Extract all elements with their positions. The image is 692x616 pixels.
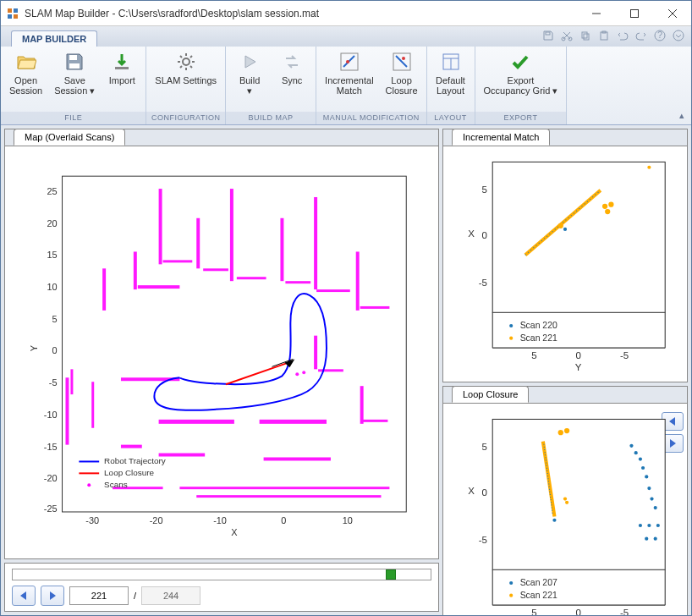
svg-text:-5: -5 [49, 377, 58, 388]
svg-point-119 [564, 427, 569, 432]
inc-match-panel-tab[interactable]: Incremental Match [452, 129, 550, 146]
close-button[interactable] [653, 1, 691, 25]
svg-text:Y: Y [29, 344, 39, 351]
map-panel: Map (Overlaid Scans) -30 -20 -10 0 10 X [4, 129, 439, 559]
svg-rect-57 [163, 260, 193, 262]
svg-text:-5: -5 [620, 607, 629, 615]
svg-rect-78 [196, 495, 381, 498]
save-session-button[interactable]: Save Session ▾ [49, 48, 100, 112]
svg-text:Loop Closure: Loop Closure [104, 468, 154, 477]
default-layout-button[interactable]: Default Layout [431, 48, 471, 112]
svg-rect-55 [134, 251, 137, 289]
svg-rect-109 [492, 419, 665, 569]
svg-rect-75 [363, 420, 388, 422]
svg-text:-5: -5 [479, 534, 487, 544]
cut-icon[interactable] [559, 28, 574, 43]
inc-match-chart[interactable]: 5 0 -5 X 5 0 -5 Y [450, 153, 680, 375]
svg-rect-50 [91, 382, 94, 428]
svg-text:-5: -5 [620, 350, 629, 360]
svg-point-101 [563, 228, 567, 231]
svg-text:0: 0 [482, 230, 487, 240]
help-icon[interactable]: ? [652, 28, 667, 43]
svg-text:-15: -15 [44, 442, 58, 452]
svg-rect-62 [230, 189, 233, 281]
svg-point-80 [302, 371, 305, 374]
svg-text:5: 5 [482, 442, 487, 452]
svg-point-21 [183, 58, 189, 65]
svg-text:0: 0 [575, 607, 580, 615]
svg-text:-25: -25 [44, 503, 58, 514]
svg-rect-70 [314, 336, 317, 370]
import-button[interactable]: Import [102, 48, 142, 112]
svg-text:-10: -10 [213, 515, 227, 525]
paste-icon[interactable] [596, 28, 612, 43]
undo-icon[interactable] [615, 28, 630, 43]
svg-rect-54 [138, 285, 180, 289]
svg-rect-74 [360, 386, 364, 424]
loop-closure-panel-tab[interactable]: Loop Closure [452, 386, 529, 403]
svg-rect-12 [584, 34, 589, 40]
svg-rect-0 [8, 8, 12, 13]
svg-point-131 [639, 523, 642, 526]
slam-settings-button[interactable]: SLAM Settings [150, 48, 222, 112]
svg-point-133 [656, 523, 660, 526]
svg-point-25 [402, 57, 405, 60]
collapse-ribbon-button[interactable]: ▴ [679, 110, 684, 121]
current-frame-input[interactable] [69, 586, 129, 605]
incremental-match-button[interactable]: Incremental Match [320, 48, 378, 112]
svg-point-120 [563, 497, 567, 500]
svg-point-136 [509, 580, 513, 584]
svg-text:0: 0 [52, 345, 57, 355]
svg-point-124 [634, 451, 638, 454]
svg-rect-61 [203, 268, 228, 271]
svg-rect-48 [65, 377, 69, 444]
gear-icon [176, 52, 196, 72]
svg-point-135 [654, 536, 657, 540]
maximize-button[interactable] [615, 1, 653, 25]
svg-point-123 [629, 443, 633, 447]
frame-slider[interactable] [12, 569, 431, 580]
total-frames-display: 244 [141, 586, 200, 605]
svg-rect-2 [8, 14, 12, 19]
floppy-icon [64, 52, 85, 72]
group-file-label: FILE [1, 112, 146, 124]
map-chart[interactable]: -30 -20 -10 0 10 X 25 20 15 10 [12, 153, 431, 552]
svg-text:Scan 221: Scan 221 [520, 590, 557, 599]
svg-text:20: 20 [47, 218, 57, 228]
svg-text:X: X [468, 228, 475, 239]
map-panel-tab[interactable]: Map (Overlaid Scans) [14, 129, 125, 146]
copy-icon[interactable] [578, 28, 593, 43]
svg-rect-1 [14, 8, 18, 13]
svg-text:X: X [468, 486, 475, 496]
inc-match-icon [339, 52, 360, 72]
svg-point-134 [645, 536, 648, 540]
build-button[interactable]: Build▾ [229, 48, 270, 112]
minimize-button[interactable] [577, 1, 615, 25]
prev-frame-button[interactable] [12, 586, 36, 606]
more-icon[interactable] [671, 28, 686, 43]
save-icon[interactable] [541, 28, 556, 43]
sync-button[interactable]: Sync [272, 48, 312, 112]
titlebar: SLAM Map Builder - C:\Users\sradford\Des… [1, 1, 691, 26]
svg-point-97 [608, 202, 613, 207]
loop-closure-button[interactable]: Loop Closure [381, 48, 423, 112]
svg-point-125 [639, 457, 642, 460]
open-session-button[interactable]: Open Session [4, 48, 47, 112]
loop-closure-chart[interactable]: 5 0 -5 X 5 0 -5 Y [450, 410, 680, 615]
app-icon [6, 7, 19, 20]
svg-text:Scan 207: Scan 207 [520, 578, 557, 587]
svg-text:Scans: Scans [104, 480, 128, 489]
svg-rect-58 [159, 420, 234, 424]
redo-icon[interactable] [634, 28, 649, 43]
svg-rect-53 [121, 445, 142, 448]
export-occupancy-grid-button[interactable]: Export Occupancy Grid ▾ [479, 48, 563, 112]
svg-text:-10: -10 [44, 410, 58, 420]
frame-separator: / [134, 591, 136, 601]
frame-controls: / 244 [4, 563, 439, 612]
svg-text:Robot Trajectory: Robot Trajectory [104, 456, 166, 465]
tab-map-builder[interactable]: MAP BUILDER [11, 30, 97, 47]
svg-rect-67 [285, 281, 310, 283]
next-frame-button[interactable] [41, 586, 64, 606]
svg-point-85 [87, 483, 91, 487]
svg-rect-64 [260, 420, 327, 424]
